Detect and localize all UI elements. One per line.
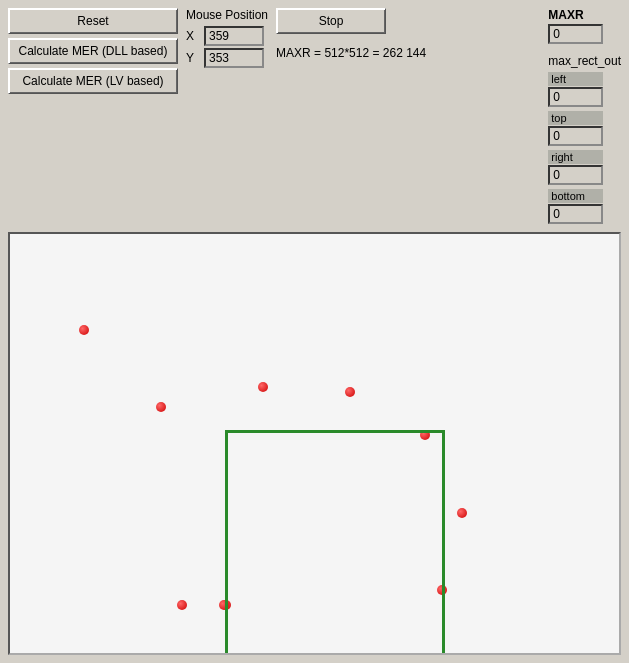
x-label: X <box>186 29 200 43</box>
reset-button[interactable]: Reset <box>8 8 178 34</box>
canvas-area[interactable] <box>8 232 621 655</box>
maxr-input[interactable] <box>548 24 603 44</box>
y-input[interactable] <box>204 48 264 68</box>
mouse-position-group: Mouse Position X Y <box>186 8 268 68</box>
left-label: left <box>548 72 603 86</box>
right-field: right <box>548 150 603 185</box>
stop-button[interactable]: Stop <box>276 8 386 34</box>
left-input[interactable] <box>548 87 603 107</box>
x-input[interactable] <box>204 26 264 46</box>
green-rectangle <box>225 430 445 655</box>
y-coord-row: Y <box>186 48 268 68</box>
bottom-field: bottom <box>548 189 603 224</box>
formula-stop-row: Stop MAXR = 512*512 = 262 144 <box>276 8 426 60</box>
dot <box>437 585 447 595</box>
right-panel: MAXR max_rect_out left top right bottom <box>548 8 621 224</box>
y-label: Y <box>186 51 200 65</box>
x-coord-row: X <box>186 26 268 46</box>
dot <box>457 508 467 518</box>
maxr-formula: MAXR = 512*512 = 262 144 <box>276 46 426 60</box>
top-input[interactable] <box>548 126 603 146</box>
right-label: right <box>548 150 603 164</box>
dot <box>258 382 268 392</box>
mouse-position-label: Mouse Position <box>186 8 268 22</box>
dot <box>79 325 89 335</box>
top-field: top <box>548 111 603 146</box>
dot <box>177 600 187 610</box>
dot <box>219 600 229 610</box>
bottom-input[interactable] <box>548 204 603 224</box>
max-rect-out-label: max_rect_out <box>548 54 621 68</box>
maxr-label: MAXR <box>548 8 583 22</box>
top-controls: Reset Calculate MER (DLL based) Calculat… <box>8 8 621 224</box>
bottom-label: bottom <box>548 189 603 203</box>
right-input[interactable] <box>548 165 603 185</box>
left-buttons: Reset Calculate MER (DLL based) Calculat… <box>8 8 178 94</box>
calc-dll-button[interactable]: Calculate MER (DLL based) <box>8 38 178 64</box>
left-field: left <box>548 72 603 107</box>
dot <box>420 430 430 440</box>
top-label: top <box>548 111 603 125</box>
calc-lv-button[interactable]: Calculate MER (LV based) <box>8 68 178 94</box>
dot <box>156 402 166 412</box>
dot <box>345 387 355 397</box>
main-container: Reset Calculate MER (DLL based) Calculat… <box>0 0 629 663</box>
